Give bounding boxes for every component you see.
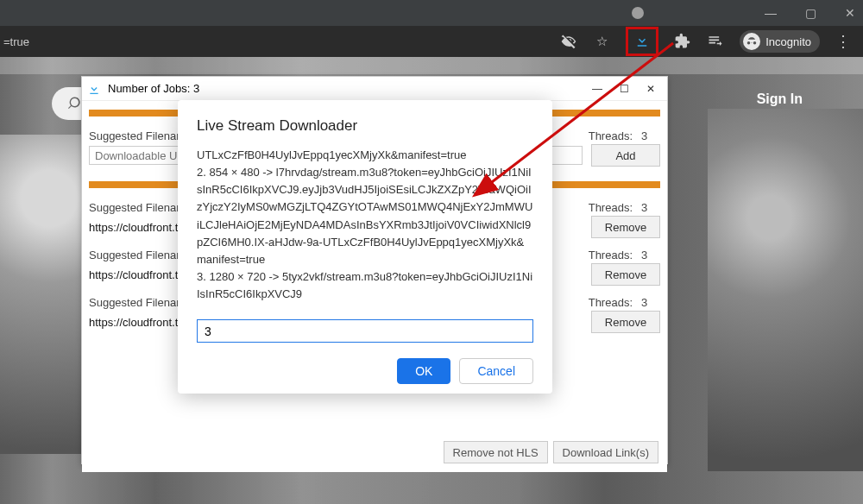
browser-toolbar: =true ☆ Incognito ⋮ bbox=[0, 26, 863, 57]
eye-off-icon[interactable] bbox=[560, 33, 577, 50]
close-button[interactable]: ✕ bbox=[842, 5, 858, 21]
threads-label: Threads: bbox=[589, 201, 633, 214]
job4-threads-value[interactable]: 3 bbox=[641, 296, 660, 309]
panel-minimize-button[interactable]: — bbox=[592, 83, 602, 95]
download-links-button[interactable]: Download Link(s) bbox=[553, 441, 658, 463]
job2-threads-value[interactable]: 3 bbox=[641, 201, 660, 214]
ok-button[interactable]: OK bbox=[397, 358, 450, 384]
remove-not-hls-button[interactable]: Remove not HLS bbox=[444, 441, 548, 463]
modal-title: Live Stream Downloader bbox=[197, 117, 533, 135]
log-line: UTLxCzFfB0H4UylJvEppq1yecXMjyXk&manifest… bbox=[197, 147, 533, 164]
avatar-dot-icon bbox=[632, 7, 644, 19]
threads-label: Threads: bbox=[589, 296, 633, 309]
remove-button[interactable]: Remove bbox=[591, 311, 660, 333]
panel-download-icon bbox=[87, 82, 101, 96]
star-icon[interactable]: ☆ bbox=[593, 33, 610, 50]
suggested-filename-label: Suggested Filenam bbox=[89, 129, 186, 142]
panel-close-button[interactable]: ✕ bbox=[646, 83, 655, 95]
panel-titlebar: Number of Jobs: 3 — ☐ ✕ bbox=[82, 77, 667, 101]
page-viewport: Sign In Number of Jobs: 3 — ☐ ✕ Suggeste… bbox=[0, 57, 863, 504]
suggested-filename-label: Suggested Filenam bbox=[89, 249, 186, 261]
os-titlebar: — ▢ ✕ bbox=[0, 0, 863, 26]
log-line: 2. 854 × 480 -> l7hrvdag/stream.m3u8?tok… bbox=[197, 164, 533, 268]
threads-label: Threads: bbox=[589, 129, 633, 142]
threads-label: Threads: bbox=[589, 249, 633, 261]
suggested-filename-label: Suggested Filenam bbox=[89, 296, 186, 309]
incognito-label: Incognito bbox=[765, 35, 811, 48]
add-button[interactable]: Add bbox=[591, 144, 660, 167]
suggested-filename-label: Suggested Filenam bbox=[89, 201, 186, 214]
cancel-button[interactable]: Cancel bbox=[459, 358, 533, 384]
maximize-button[interactable]: ▢ bbox=[803, 5, 818, 21]
job1-threads-value[interactable]: 3 bbox=[641, 129, 660, 142]
panel-title-text: Number of Jobs: 3 bbox=[108, 82, 199, 95]
job3-threads-value[interactable]: 3 bbox=[641, 249, 660, 261]
omnibox-fragment[interactable]: =true bbox=[3, 35, 29, 48]
extension-download-button-highlight bbox=[626, 27, 658, 56]
kebab-menu-icon[interactable]: ⋮ bbox=[835, 32, 851, 51]
panel-footer-actions: Remove not HLS Download Link(s) bbox=[444, 441, 658, 463]
download-icon[interactable] bbox=[634, 33, 650, 51]
mural-right bbox=[708, 109, 863, 471]
log-line: 3. 1280 × 720 -> 5tyx2vkf/stream.m3u8?to… bbox=[197, 268, 533, 303]
jobs-prompt-modal: Live Stream Downloader UTLxCzFfB0H4UylJv… bbox=[178, 100, 552, 394]
extensions-icon[interactable] bbox=[674, 33, 691, 50]
incognito-indicator[interactable]: Incognito bbox=[740, 30, 820, 53]
remove-button[interactable]: Remove bbox=[591, 263, 660, 286]
reading-list-icon[interactable] bbox=[707, 33, 724, 50]
header-strip bbox=[0, 57, 863, 74]
modal-log: UTLxCzFfB0H4UylJvEppq1yecXMjyXk&manifest… bbox=[197, 147, 533, 311]
signin-link[interactable]: Sign In bbox=[757, 91, 803, 107]
minimize-button[interactable]: — bbox=[763, 5, 778, 21]
jobs-count-input[interactable] bbox=[197, 319, 533, 343]
incognito-mask-icon bbox=[743, 33, 760, 50]
remove-button[interactable]: Remove bbox=[591, 216, 660, 238]
panel-maximize-button[interactable]: ☐ bbox=[620, 83, 629, 95]
